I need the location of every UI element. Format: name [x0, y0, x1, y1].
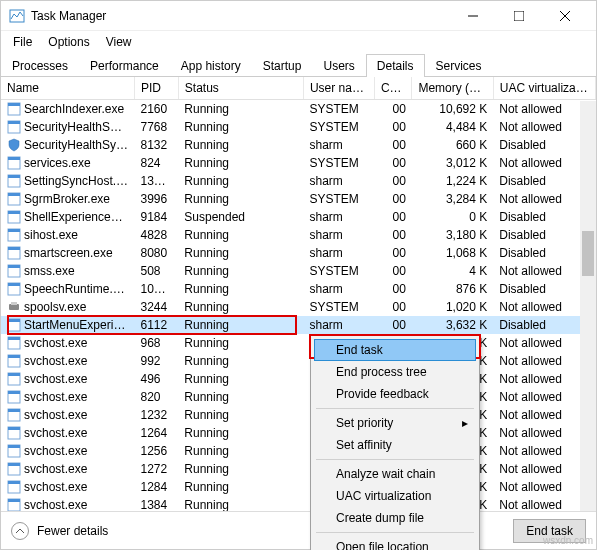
process-icon: [7, 372, 21, 386]
scrollbar-thumb[interactable]: [582, 231, 594, 276]
menu-options[interactable]: Options: [40, 33, 97, 51]
table-row[interactable]: svchost.exe1272RunningSYSTEM001,456 KNot…: [1, 460, 596, 478]
table-row[interactable]: svchost.exe1256RunningSYSTEM00660 KNot a…: [1, 442, 596, 460]
close-button[interactable]: [542, 1, 588, 31]
cell-status: Running: [178, 154, 303, 172]
table-row[interactable]: svchost.exe496RunningSYSTEM0011,456 KNot…: [1, 370, 596, 388]
cell-pid: 8080: [135, 244, 179, 262]
fewer-details-link[interactable]: Fewer details: [37, 524, 108, 538]
table-row[interactable]: svchost.exe992RunningSYSTEM0023,008 KNot…: [1, 352, 596, 370]
menu-view[interactable]: View: [98, 33, 140, 51]
cell-status: Running: [178, 136, 303, 154]
tab-app-history[interactable]: App history: [170, 54, 252, 77]
table-row[interactable]: ShellExperienceHost...9184Suspendedsharm…: [1, 208, 596, 226]
col-cpu[interactable]: CPU: [374, 77, 412, 100]
menu-provide-feedback[interactable]: Provide feedback: [314, 383, 476, 405]
vertical-scrollbar[interactable]: [580, 101, 596, 511]
col-user[interactable]: User name: [303, 77, 374, 100]
window-title: Task Manager: [31, 9, 106, 23]
table-row[interactable]: smss.exe508RunningSYSTEM004 KNot allowed: [1, 262, 596, 280]
cell-pid: 1264: [135, 424, 179, 442]
cell-status: Running: [178, 370, 303, 388]
table-row[interactable]: svchost.exe820RunningSYSTEM001,096 KNot …: [1, 388, 596, 406]
table-row[interactable]: SpeechRuntime.exe10104Runningsharm00876 …: [1, 280, 596, 298]
tab-performance[interactable]: Performance: [79, 54, 170, 77]
svg-rect-10: [8, 157, 20, 160]
cell-name: svchost.exe: [1, 496, 135, 512]
svg-rect-12: [8, 175, 20, 178]
cell-mem: 3,284 K: [412, 190, 493, 208]
cell-pid: 1272: [135, 460, 179, 478]
menu-analyze-wait-chain[interactable]: Analyze wait chain: [314, 463, 476, 485]
menu-create-dump-file[interactable]: Create dump file: [314, 507, 476, 529]
table-row[interactable]: svchost.exe1232RunningSYSTEM00440 KNot a…: [1, 406, 596, 424]
process-icon: [7, 336, 21, 350]
col-mem[interactable]: Memory (ac...: [412, 77, 493, 100]
svg-rect-20: [8, 247, 20, 250]
col-status[interactable]: Status: [178, 77, 303, 100]
menu-set-priority[interactable]: Set priority▸: [314, 412, 476, 434]
cell-pid: 10104: [135, 280, 179, 298]
menu-uac-virtualization[interactable]: UAC virtualization: [314, 485, 476, 507]
col-uac[interactable]: UAC virtualizati...: [493, 77, 595, 100]
cell-status: Running: [178, 478, 303, 496]
cell-pid: 2160: [135, 100, 179, 118]
cell-pid: 13292: [135, 172, 179, 190]
menu-file[interactable]: File: [5, 33, 40, 51]
cell-name: svchost.exe: [1, 442, 135, 460]
cell-status: Running: [178, 280, 303, 298]
table-row[interactable]: SecurityHealthSystray...8132Runningsharm…: [1, 136, 596, 154]
table-row[interactable]: SecurityHealthServic...7768RunningSYSTEM…: [1, 118, 596, 136]
svg-rect-32: [8, 355, 20, 358]
tab-users[interactable]: Users: [312, 54, 365, 77]
cell-name: StartMenuExperience...: [1, 316, 135, 334]
table-row[interactable]: StartMenuExperience...6112Runningsharm00…: [1, 316, 596, 334]
table-row[interactable]: SearchIndexer.exe2160RunningSYSTEM0010,6…: [1, 100, 596, 118]
table-row[interactable]: smartscreen.exe8080Runningsharm001,068 K…: [1, 244, 596, 262]
cell-status: Suspended: [178, 208, 303, 226]
tab-startup[interactable]: Startup: [252, 54, 313, 77]
maximize-button[interactable]: [496, 1, 542, 31]
cell-cpu: 00: [374, 118, 412, 136]
table-row[interactable]: svchost.exe1284RunningSYSTEM00552 KNot a…: [1, 478, 596, 496]
process-icon: [7, 462, 21, 476]
menu-set-affinity[interactable]: Set affinity: [314, 434, 476, 456]
process-table-wrap[interactable]: Name PID Status User name CPU Memory (ac…: [1, 77, 596, 511]
titlebar: Task Manager: [1, 1, 596, 31]
menu-open-file-location[interactable]: Open file location: [314, 536, 476, 551]
cell-name: smss.exe: [1, 262, 135, 280]
col-name[interactable]: Name: [1, 77, 135, 100]
svg-rect-0: [10, 10, 24, 22]
table-header-row[interactable]: Name PID Status User name CPU Memory (ac…: [1, 77, 596, 100]
table-row[interactable]: sihost.exe4828Runningsharm003,180 KDisab…: [1, 226, 596, 244]
table-row[interactable]: svchost.exe968RunningSYSTEM00188 KNot al…: [1, 334, 596, 352]
tab-processes[interactable]: Processes: [1, 54, 79, 77]
cell-pid: 508: [135, 262, 179, 280]
table-row[interactable]: SgrmBroker.exe3996RunningSYSTEM003,284 K…: [1, 190, 596, 208]
chevron-up-icon[interactable]: [11, 522, 29, 540]
watermark: wsxdn.com: [543, 535, 593, 546]
cell-status: Running: [178, 244, 303, 262]
tab-details[interactable]: Details: [366, 54, 425, 77]
tab-services[interactable]: Services: [425, 54, 493, 77]
menu-end-task[interactable]: End task: [314, 339, 476, 361]
col-pid[interactable]: PID: [135, 77, 179, 100]
menu-end-process-tree[interactable]: End process tree: [314, 361, 476, 383]
cell-mem: 4 K: [412, 262, 493, 280]
cell-name: services.exe: [1, 154, 135, 172]
menu-set-priority-label: Set priority: [336, 416, 393, 430]
cell-name: SettingSyncHost.exe: [1, 172, 135, 190]
table-row[interactable]: spoolsv.exe3244RunningSYSTEM001,020 KNot…: [1, 298, 596, 316]
table-row[interactable]: svchost.exe1264RunningSYSTEM00364 KNot a…: [1, 424, 596, 442]
cell-mem: 3,012 K: [412, 154, 493, 172]
cell-user: sharm: [303, 316, 374, 334]
cell-cpu: 00: [374, 190, 412, 208]
cell-pid: 1232: [135, 406, 179, 424]
table-row[interactable]: services.exe824RunningSYSTEM003,012 KNot…: [1, 154, 596, 172]
minimize-button[interactable]: [450, 1, 496, 31]
table-row[interactable]: SettingSyncHost.exe13292Runningsharm001,…: [1, 172, 596, 190]
svg-rect-24: [8, 283, 20, 286]
cell-pid: 1256: [135, 442, 179, 460]
cell-user: sharm: [303, 172, 374, 190]
table-row[interactable]: svchost.exe1384Running340 KNot allowed: [1, 496, 596, 512]
